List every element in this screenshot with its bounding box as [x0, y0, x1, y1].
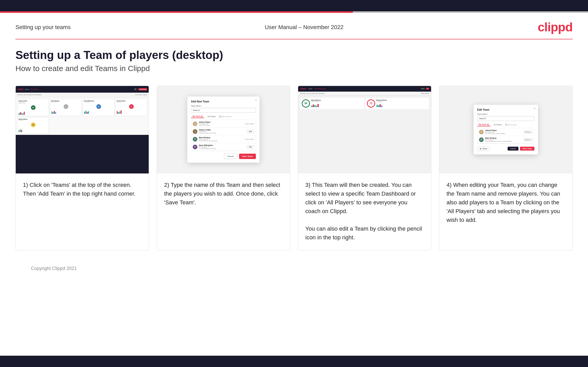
ss3-nav-home: Home: [308, 88, 313, 90]
avatar-2: A: [193, 129, 197, 134]
add-player-btn-4[interactable]: Add: [247, 145, 254, 148]
edit-tab-all-players[interactable]: All Players: [492, 123, 504, 126]
ss3-player-grid: 94 Blair McHarg Plus Handicap: [300, 98, 429, 109]
ss3-nav-teams: My Performance: [315, 88, 326, 90]
edit-team-name-input[interactable]: [477, 116, 534, 121]
ss3-hcp1: 94: [302, 99, 310, 108]
ss1-hcp5: 72: [31, 123, 36, 127]
ss1-hcp2: 0: [64, 104, 68, 109]
edit-team-modal: Edit Team × Team Name * My Team (2) All …: [474, 105, 538, 154]
remove-player-btn-1[interactable]: Remove: [523, 130, 533, 134]
ss3-player-2: 72 Richard Butler 7 Handicap: [365, 98, 429, 109]
ss1-nav-search[interactable]: 🔍: [134, 88, 137, 90]
card-2-text: 2) Type the name of this Team and then s…: [157, 173, 290, 250]
ss1-bars2: [51, 110, 80, 114]
ss3-subbar: Showing 2 out of 2 players from All Play…: [298, 92, 431, 96]
ss1-body: Adrian Collins Plus Handicap The Shire L…: [16, 97, 149, 135]
ss1-player-3: Dave Billingham 5.9 Handicap 94: [83, 99, 114, 116]
ss3-card-info-2: Richard Butler 7 Handicap: [376, 99, 428, 108]
ss1-bars4: [117, 110, 146, 114]
card-3: clippd Home My Performance Teams ✏ Showi…: [298, 86, 431, 251]
ss1-logo: clippd: [17, 88, 23, 90]
ss3-nav-btn1[interactable]: Teams: [420, 88, 425, 90]
team-name-input[interactable]: [191, 108, 256, 113]
player-list: A Adrian Player Plus HandicapThe Shire L…: [191, 120, 256, 151]
modal2-footer: Cancel Save Team: [191, 154, 256, 159]
header-divider: [15, 39, 573, 39]
modal2-close[interactable]: ×: [255, 99, 257, 102]
cards-row: clippd Home My Teams 🔍 + Add Team Showin…: [15, 86, 573, 251]
card-3-text: 3) This Team will then be created. You c…: [298, 173, 431, 250]
avatar-4: D: [193, 145, 197, 149]
ss1-player-1: Adrian Collins Plus Handicap The Shire L…: [17, 99, 49, 116]
modal4-cancel-btn[interactable]: Cancel: [508, 147, 518, 151]
tab-all-players[interactable]: All Players: [206, 115, 217, 118]
modal4-close[interactable]: ×: [534, 107, 535, 110]
card-3-screenshot: clippd Home My Performance Teams ✏ Showi…: [298, 86, 431, 173]
ss1-nav-add[interactable]: + Add Team: [138, 88, 147, 90]
ss1-player-2: Blair McHarg Plus Handicap 0: [50, 99, 82, 116]
ss3-bars1: [311, 103, 363, 107]
modal2-cancel-btn[interactable]: Cancel: [224, 154, 237, 159]
page-subtitle: How to create and edit Teams in Clippd: [15, 64, 573, 73]
top-bar: [0, 0, 588, 11]
player-info-1: Adrian Player Plus HandicapThe Shire Lon…: [199, 121, 243, 126]
clippd-logo: clippd: [538, 20, 573, 34]
avatar-1: A: [193, 121, 197, 126]
card-4-screenshot: Edit Team × Team Name * My Team (2) All …: [439, 86, 572, 173]
ss1-hcp4: 78: [129, 104, 134, 109]
modal4-save-btn[interactable]: Save Team: [520, 147, 534, 151]
edit-player-list: A Adrian Player Plus HandicapThe Shire L…: [477, 128, 534, 144]
ss3-nav-btn2[interactable]: ✏: [426, 88, 429, 90]
card-1: clippd Home My Teams 🔍 + Add Team Showin…: [15, 86, 149, 251]
header-section-title: Setting up your teams: [15, 24, 71, 31]
edit-player-info-1: Adrian Player Plus HandicapThe Shire Lon…: [485, 129, 522, 134]
copyright-text: Copyright Clippd 2021: [31, 266, 77, 271]
card-1-screenshot: clippd Home My Teams 🔍 + Add Team Showin…: [16, 86, 149, 173]
player-info-2: Adrian Coliba 1 HandicapCentral London G…: [199, 129, 245, 134]
ss3-logo: clippd: [300, 88, 306, 90]
trash-icon: 🗑: [480, 148, 481, 150]
card-1-text: 1) Click on 'Teams' at the top of the sc…: [16, 173, 149, 250]
ss3-nav: clippd Home My Performance Teams ✏: [298, 86, 431, 92]
edit-player-row-2: B Blair McHarg Plus HandicapRoyal North …: [477, 136, 534, 144]
modal2-save-btn[interactable]: Save Team: [239, 154, 256, 159]
filter-checkbox[interactable]: [219, 116, 221, 118]
edit-filter: Filter by name: [505, 124, 517, 126]
footer: Copyright Clippd 2021: [15, 261, 573, 276]
add-player-btn-2[interactable]: Add: [247, 130, 254, 133]
modal2-tabs: My Team (2) All Players Filter by name: [191, 115, 256, 118]
edit-player-info-2: Blair McHarg Plus HandicapRoyal North De…: [485, 137, 522, 142]
ss3-body: 94 Blair McHarg Plus Handicap: [298, 96, 431, 111]
page-content: Setting up a Team of players (desktop) H…: [0, 49, 588, 287]
card-4-text: 4) When editing your Team, you can chang…: [439, 173, 572, 250]
player-row-2: A Adrian Coliba 1 HandicapCentral London…: [191, 128, 256, 135]
remove-player-btn-2[interactable]: Remove: [523, 138, 533, 141]
ss1-player-5: Richard Butler 7 Handicap 72: [17, 117, 49, 133]
add-team-modal: Add New Team × Team Name * My Team (2) A…: [187, 97, 259, 163]
ss3-bars2: [376, 103, 428, 107]
player-row-4: D Dave Billingham 5.9 HandicapThe Ding M…: [191, 143, 256, 151]
ss1-bars5: [19, 128, 48, 132]
player-info-4: Dave Billingham 5.9 HandicapThe Ding Map…: [199, 144, 245, 149]
bottom-bar: [0, 356, 588, 367]
edit-player-row-1: A Adrian Player Plus HandicapThe Shire L…: [477, 128, 534, 136]
edit-avatar-2: B: [479, 137, 484, 142]
player-status-3: Player Added: [245, 138, 254, 140]
ss3-player-1: 94 Blair McHarg Plus Handicap: [300, 98, 364, 109]
ss1-bars1: [19, 111, 48, 115]
edit-avatar-1: A: [479, 130, 484, 134]
edit-filter-checkbox[interactable]: [505, 124, 507, 126]
page-title: Setting up a Team of players (desktop): [15, 49, 573, 62]
tab-my-team[interactable]: My Team (2): [191, 115, 204, 118]
ss1-hcp3: 94: [96, 104, 101, 109]
header-manual-title: User Manual – November 2022: [265, 24, 343, 31]
player-row-3: B Blair McHarg Plus HandicapRoyal North …: [191, 135, 256, 143]
ss1-hcp1: 84: [31, 105, 36, 110]
card-2: Add New Team × Team Name * My Team (2) A…: [157, 86, 290, 251]
ss3-hcp2: 72: [367, 99, 375, 108]
edit-tab-my-team[interactable]: My Team (2): [477, 123, 491, 126]
delete-team-btn[interactable]: 🗑 Delete: [477, 146, 490, 151]
ss1-nav-home: Home: [25, 89, 29, 90]
ss1-player-4: Richard Butler 7 Handicap 78: [115, 99, 147, 116]
